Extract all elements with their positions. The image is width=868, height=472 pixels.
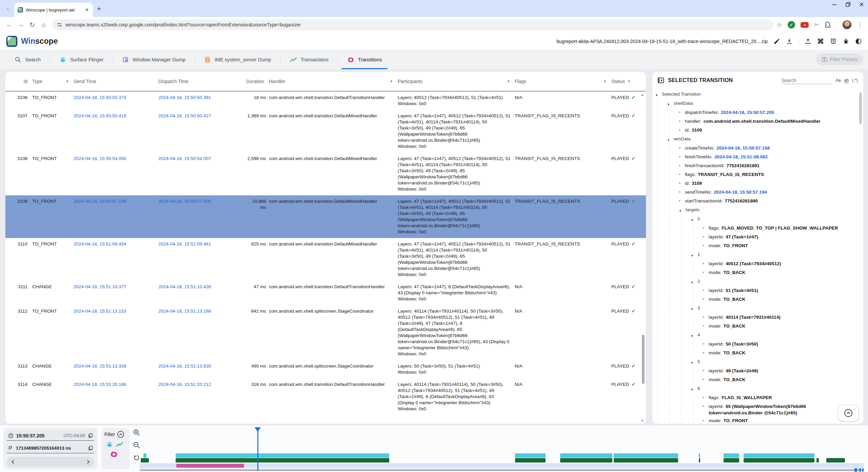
tree-node[interactable]: ▼5 (655, 357, 859, 366)
caret-down-icon[interactable]: ▼ (691, 332, 697, 339)
surface-flinger-track-bar[interactable] (724, 453, 739, 458)
url-bar[interactable]: winscope.teams.x20web.corp.google.com/pr… (52, 19, 774, 30)
timeline-scrollbar[interactable] (140, 469, 864, 471)
tree-node[interactable]: ▼Selected Transition (655, 90, 859, 99)
dispatch-time-link[interactable]: 2024-04-18, 15:51:13.198 (158, 309, 211, 314)
surface-flinger-track-bar[interactable] (143, 453, 146, 458)
close-icon[interactable] (859, 2, 864, 7)
back-icon[interactable]: ← (3, 19, 15, 31)
table-scrollbar[interactable] (642, 335, 645, 384)
column-header-send-time[interactable]: Send Time (74, 79, 158, 84)
dispatch-time-link[interactable]: 2024-04-18, 15:50:50.427 (158, 113, 211, 118)
filter-caret-icon[interactable]: ▼ (604, 80, 611, 83)
dispatch-time-link[interactable]: 2024-04-18, 15:51:13.828 (158, 363, 211, 369)
transactions-track-bar[interactable] (744, 458, 814, 463)
scroll-down-icon[interactable]: ▼ (641, 419, 644, 422)
tree-node[interactable]: ▼targets (655, 205, 859, 214)
send-time-link[interactable]: 2024-04-18, 15:51:09.454 (74, 241, 126, 247)
table-row[interactable]: 3113CHANGE2024-04-18, 15:51:13.3262024-0… (5, 360, 646, 378)
transactions-track-bar[interactable] (141, 458, 149, 463)
transactions-track-bar[interactable] (826, 458, 845, 463)
dispatch-time-link[interactable]: 2024-04-18, 15:50:50.391 (158, 95, 211, 100)
surface-flinger-track-bar[interactable] (744, 453, 814, 458)
tab-search[interactable]: Search (5, 50, 50, 69)
upload-icon[interactable] (805, 38, 811, 45)
table-row[interactable]: 3108TO_FRONT2024-04-18, 15:50:54.0002024… (5, 153, 646, 195)
filter-transactions-icon[interactable] (116, 441, 123, 448)
browser-menu-icon[interactable]: ⋮ (857, 21, 863, 28)
tree-node[interactable]: ▼4 (655, 330, 859, 339)
send-time-link[interactable]: 2024-04-18, 15:50:57.194 (74, 199, 126, 204)
reload-icon[interactable]: ↻ (26, 19, 38, 31)
restore-icon[interactable] (846, 2, 850, 7)
tree-node[interactable]: ▼wmData (655, 134, 859, 143)
transactions-track-bar[interactable] (699, 458, 700, 463)
send-time-link[interactable]: 2024-04-18, 15:50:50.419 (74, 113, 126, 118)
dispatch-time-link[interactable]: 2024-04-18, 15:50:54.007 (158, 156, 211, 161)
cursor-ns-field[interactable]: 1713469857205164013 ns (7, 443, 94, 453)
column-header-id[interactable]: Id (11, 79, 32, 84)
dispatch-time-link[interactable]: 2024-04-18, 15:50:57.205 (158, 199, 211, 204)
surface-flinger-track-bar[interactable] (560, 453, 612, 458)
table-row[interactable]: 3112TO_FRONT2024-04-18, 15:51:13.1532024… (5, 305, 646, 360)
column-header-type[interactable]: Type▼ (32, 79, 74, 84)
tab-transitions[interactable]: Transitions (338, 50, 391, 69)
send-time-link[interactable]: 2024-04-18, 15:51:13.153 (74, 309, 126, 314)
filter-caret-icon[interactable]: ▼ (390, 80, 398, 83)
previous-entry-icon[interactable] (11, 459, 15, 464)
documentation-book-icon[interactable] (830, 38, 837, 45)
collapse-panel-button[interactable] (838, 405, 859, 421)
tree-node[interactable]: ▼2 (655, 277, 859, 286)
filter-caret-icon[interactable]: ▼ (66, 80, 74, 83)
column-header-participants[interactable]: Participants▼ (398, 79, 515, 84)
transitions-track-bar[interactable] (176, 464, 244, 468)
filter-caret-icon[interactable]: ▼ (507, 80, 515, 83)
dispatch-time-link[interactable]: 2024-04-18, 15:51:10.426 (158, 284, 211, 289)
dark-mode-icon[interactable] (855, 38, 862, 45)
cursor-time-field[interactable]: 15:50:57.205 UTC-04:00 (7, 431, 94, 441)
scroll-up-icon[interactable]: ▲ (641, 93, 644, 97)
tree-node[interactable]: ▼0 (655, 214, 859, 223)
table-row[interactable]: 3110TO_FRONT2024-04-18, 15:51:09.4542024… (5, 238, 646, 281)
send-time-link[interactable]: 2024-04-18, 15:51:20.186 (74, 382, 126, 387)
send-time-link[interactable]: 2024-04-18, 15:50:54.000 (74, 156, 126, 161)
home-icon[interactable]: ⌂ (38, 19, 50, 31)
panel-search-input[interactable] (781, 77, 832, 84)
zoom-in-icon[interactable] (133, 429, 140, 436)
caret-down-icon[interactable]: ▼ (691, 251, 697, 259)
send-time-link[interactable]: 2024-04-18, 15:51:13.326 (74, 363, 126, 369)
column-header-handler[interactable]: Handler▼ (269, 79, 398, 84)
filter-caret-icon[interactable]: ▼ (628, 80, 635, 83)
caret-down-icon[interactable]: ▼ (655, 91, 662, 99)
transactions-track-bar[interactable] (614, 458, 678, 463)
browser-tab[interactable]: Winscope | bugreport-aki ✕ (14, 3, 93, 17)
dispatch-time-link[interactable]: 2024-04-18, 15:51:09.461 (158, 241, 211, 247)
tree-node[interactable]: ▼6 (655, 384, 859, 393)
bookmark-star-icon[interactable]: ☆ (776, 21, 782, 29)
tab-surface-flinger[interactable]: Surface Flinger (50, 50, 113, 69)
extensions-puzzle-icon[interactable] (825, 21, 831, 28)
column-header-duration[interactable]: Duration (246, 79, 269, 84)
extension-media-icon[interactable]: » (801, 22, 809, 28)
collapse-filter-icon[interactable] (117, 431, 124, 438)
timeline-canvas[interactable] (140, 426, 864, 472)
scissors-icon[interactable]: ✂ (814, 21, 819, 28)
table-row[interactable]: 3114CHANGE2024-04-18, 15:51:20.1862024-0… (5, 378, 646, 415)
match-case-toggle[interactable]: Aa (835, 78, 841, 83)
timeline-cursor[interactable] (257, 428, 258, 471)
table-row[interactable]: 3111CHANGE2024-04-18, 15:51:10.3772024-0… (5, 281, 646, 305)
surface-flinger-track-bar[interactable] (515, 453, 546, 458)
transactions-track-bar[interactable] (816, 458, 819, 463)
caret-down-icon[interactable]: ▼ (691, 216, 697, 223)
send-time-link[interactable]: 2024-04-18, 15:50:50.373 (74, 95, 126, 100)
filter-surface-flinger-icon[interactable] (106, 441, 113, 448)
tree-node[interactable]: ▼shellData (655, 99, 859, 108)
caret-down-icon[interactable]: ▼ (667, 100, 674, 108)
caret-down-icon[interactable]: ▼ (691, 358, 697, 366)
tab-window-manager-dump[interactable]: Window Manager Dump (113, 50, 195, 69)
timeline-cursor-handle[interactable] (255, 427, 261, 432)
match-word-toggle[interactable]: ab (844, 78, 849, 83)
transactions-track-bar[interactable] (176, 458, 389, 463)
shortcuts-icon[interactable]: ⌘ (817, 37, 824, 45)
transactions-track-bar[interactable] (515, 458, 546, 463)
